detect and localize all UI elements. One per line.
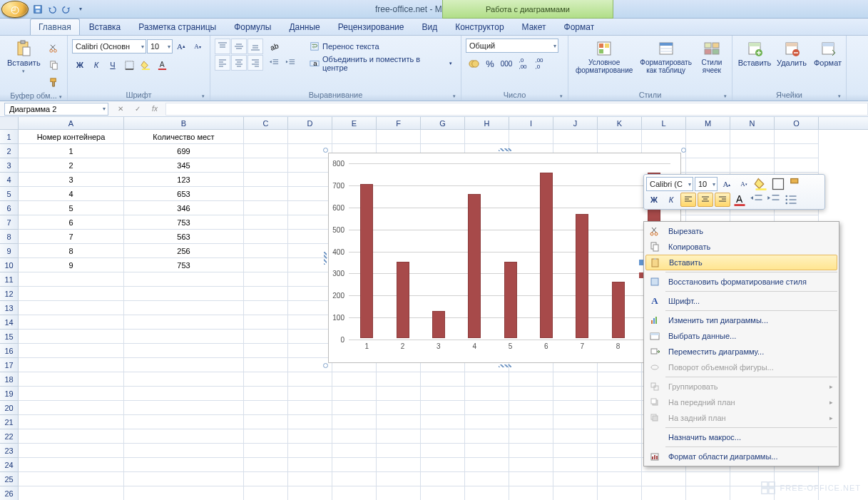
- cell[interactable]: [332, 387, 377, 401]
- cell[interactable]: [775, 158, 819, 173]
- mini-size-combo[interactable]: 10: [695, 177, 718, 191]
- cell[interactable]: [244, 187, 288, 201]
- col-header-F[interactable]: F: [377, 117, 421, 129]
- cell[interactable]: [244, 429, 288, 444]
- cell[interactable]: [377, 130, 421, 144]
- cell[interactable]: [465, 415, 509, 429]
- mini-font-combo[interactable]: Calibri (С: [646, 177, 693, 191]
- chart-bar[interactable]: [504, 262, 517, 338]
- cell[interactable]: [509, 472, 553, 486]
- row-header[interactable]: 23: [0, 444, 19, 458]
- cell[interactable]: [19, 429, 124, 444]
- cell[interactable]: [598, 401, 642, 415]
- col-header-A[interactable]: A: [19, 117, 124, 129]
- qat-dropdown-icon[interactable]: ▾: [74, 3, 87, 16]
- cell[interactable]: [509, 486, 553, 500]
- cell[interactable]: [598, 372, 642, 387]
- cell[interactable]: [421, 130, 465, 144]
- cell[interactable]: [244, 401, 288, 415]
- cell[interactable]: [124, 458, 244, 472]
- cell[interactable]: Количество мест: [124, 130, 244, 144]
- cell[interactable]: [288, 272, 332, 287]
- cell[interactable]: [244, 358, 288, 372]
- cell[interactable]: [19, 387, 124, 401]
- cm-font[interactable]: AШрифт...: [645, 293, 837, 309]
- cell[interactable]: [553, 401, 598, 415]
- increase-decimal-icon[interactable]: ,0,00: [515, 56, 531, 71]
- cell[interactable]: 123: [124, 173, 244, 187]
- mini-grow-font-icon[interactable]: A▴: [719, 177, 735, 191]
- cell[interactable]: [465, 486, 509, 500]
- cell[interactable]: [124, 358, 244, 372]
- cell[interactable]: [509, 387, 553, 401]
- row-header[interactable]: 13: [0, 301, 19, 315]
- cell[interactable]: [553, 444, 598, 458]
- chart-bar[interactable]: [432, 311, 445, 338]
- cell[interactable]: [465, 429, 509, 444]
- cell[interactable]: [509, 458, 553, 472]
- cm-paste[interactable]: Вставить: [645, 255, 837, 270]
- cell[interactable]: [288, 287, 332, 301]
- cm-move-chart[interactable]: Переместить диаграмму...: [645, 344, 837, 359]
- cell[interactable]: [377, 429, 421, 444]
- align-bottom-icon[interactable]: [247, 39, 263, 54]
- cell[interactable]: [124, 486, 244, 500]
- number-format-combo[interactable]: Общий: [466, 39, 558, 53]
- cell[interactable]: [465, 401, 509, 415]
- cell[interactable]: [332, 444, 377, 458]
- mini-italic-button[interactable]: К: [663, 193, 679, 207]
- row-header[interactable]: 14: [0, 315, 19, 330]
- cell[interactable]: [288, 258, 332, 272]
- percent-icon[interactable]: %: [482, 56, 498, 71]
- cell[interactable]: [775, 130, 819, 144]
- cell-styles-button[interactable]: Стили ячеек: [696, 39, 727, 76]
- cell[interactable]: 653: [124, 187, 244, 201]
- tab-chart-design[interactable]: Конструктор: [446, 19, 512, 35]
- cell[interactable]: [465, 444, 509, 458]
- col-header-O[interactable]: O: [775, 117, 819, 129]
- mini-bullets-icon[interactable]: [783, 193, 799, 207]
- cut-icon[interactable]: [46, 40, 62, 56]
- cell[interactable]: [19, 330, 124, 344]
- wrap-text-button[interactable]: Перенос текста: [305, 39, 456, 54]
- row-header[interactable]: 4: [0, 173, 19, 187]
- cell[interactable]: [244, 272, 288, 287]
- mini-increase-indent-icon[interactable]: [766, 193, 782, 207]
- align-right-icon[interactable]: [247, 55, 263, 71]
- cancel-formula-icon[interactable]: ✕: [114, 103, 127, 116]
- cell[interactable]: [124, 415, 244, 429]
- cell[interactable]: [244, 287, 288, 301]
- cell[interactable]: [332, 130, 377, 144]
- cell[interactable]: [19, 301, 124, 315]
- cell[interactable]: [244, 230, 288, 244]
- redo-icon[interactable]: [60, 3, 73, 16]
- row-header[interactable]: 20: [0, 401, 19, 415]
- cell[interactable]: [124, 401, 244, 415]
- bold-button[interactable]: Ж: [72, 57, 88, 73]
- chart-object[interactable]: 0100200300400500600700800123456789: [328, 153, 681, 363]
- chart-bar[interactable]: [360, 184, 373, 338]
- cell[interactable]: [288, 244, 332, 258]
- cell[interactable]: [244, 444, 288, 458]
- col-header-B[interactable]: B: [124, 117, 244, 129]
- cell[interactable]: [244, 130, 288, 144]
- border-icon[interactable]: [121, 57, 137, 73]
- tab-chart-format[interactable]: Формат: [556, 19, 603, 35]
- cell[interactable]: [509, 372, 553, 387]
- cell[interactable]: [288, 401, 332, 415]
- mini-font-color-icon[interactable]: A: [732, 193, 747, 207]
- cell[interactable]: [553, 372, 598, 387]
- cell[interactable]: 2: [19, 158, 124, 173]
- col-header-L[interactable]: L: [642, 117, 686, 129]
- cell[interactable]: [553, 415, 598, 429]
- cell[interactable]: 1: [19, 144, 124, 158]
- cell[interactable]: [288, 215, 332, 230]
- cell[interactable]: [124, 301, 244, 315]
- cell[interactable]: [288, 187, 332, 201]
- row-header[interactable]: 26: [0, 486, 19, 500]
- cell[interactable]: [509, 415, 553, 429]
- save-icon[interactable]: [31, 3, 44, 16]
- cell[interactable]: [598, 444, 642, 458]
- cell[interactable]: [19, 401, 124, 415]
- cell[interactable]: 7: [19, 230, 124, 244]
